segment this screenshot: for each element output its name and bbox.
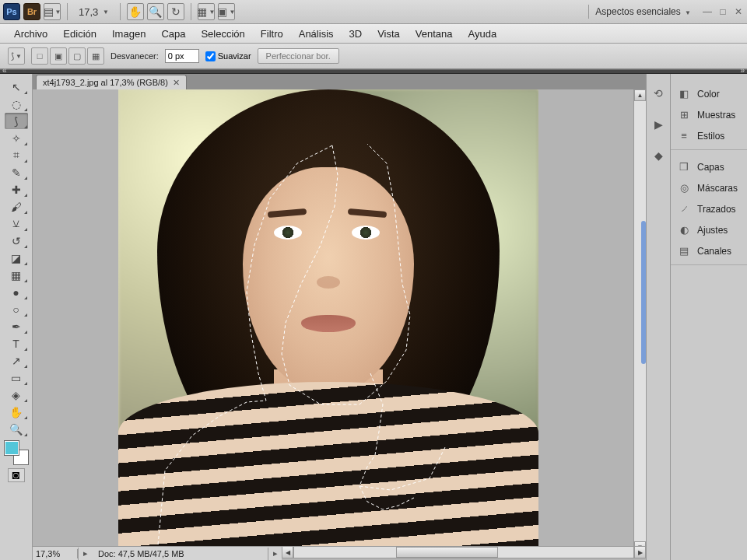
menu-ayuda[interactable]: Ayuda <box>461 26 505 42</box>
collapsed-dock: ⟲ ▶ ◆ <box>646 74 670 560</box>
panel-estilos[interactable]: ≡Estilos <box>671 125 747 146</box>
panel-muestras[interactable]: ⊞Muestras <box>671 104 747 125</box>
document-tabstrip: xt4j1793_2.jpg al 17,3% (RGB/8) ✕ <box>33 74 646 89</box>
panel-mascaras[interactable]: ◎Máscaras <box>671 177 747 198</box>
lasso-selection-path <box>118 89 538 546</box>
scrollbar-thumb[interactable] <box>396 547 498 558</box>
menu-analisis[interactable]: Análisis <box>291 26 342 42</box>
scroll-up-icon[interactable]: ▲ <box>634 89 646 101</box>
mini-bridge-icon[interactable]: ▤▼ <box>44 3 61 20</box>
add-selection-icon[interactable]: ▣ <box>50 47 67 65</box>
panel-label: Capas <box>697 162 724 173</box>
tool-history[interactable]: ↺ <box>5 233 28 249</box>
arrange-documents-icon[interactable]: ▦▼ <box>198 3 215 20</box>
tool-eyedropper[interactable]: ✎ <box>5 164 28 180</box>
status-menu-icon[interactable]: ▸ <box>78 548 92 560</box>
ajustes-icon: ◐ <box>677 223 691 237</box>
canales-icon: ▤ <box>677 244 691 258</box>
canvas-viewport[interactable]: ▲ ▼ <box>33 89 646 546</box>
menu-filtro[interactable]: Filtro <box>253 26 291 42</box>
tool-heal[interactable]: ✚ <box>5 181 28 198</box>
dock-grip[interactable] <box>0 69 747 74</box>
document-tab[interactable]: xt4j1793_2.jpg al 17,3% (RGB/8) ✕ <box>36 75 187 89</box>
capas-icon: ❒ <box>677 160 691 174</box>
hand-tool-shortcut-icon[interactable]: ✋ <box>127 3 144 20</box>
zoom-tool-shortcut-icon[interactable]: 🔍 <box>147 3 164 20</box>
tool-3d[interactable]: ◈ <box>5 387 28 403</box>
toolbox: ↖◌⟆✧⌗✎✚🖌⚺↺◪▦●○✒T↗▭◈✋🔍◙ <box>0 74 33 560</box>
tool-shape[interactable]: ▭ <box>5 369 28 386</box>
intersect-selection-icon[interactable]: ▦ <box>87 47 104 65</box>
menu-seleccion[interactable]: Selección <box>193 26 252 42</box>
panel-scrollbar[interactable] <box>641 221 646 364</box>
tool-stamp[interactable]: ⚺ <box>5 215 28 232</box>
tool-pen[interactable]: ✒ <box>5 318 28 334</box>
antialias-checkbox[interactable]: Suavizar <box>205 51 251 61</box>
scroll-right-icon[interactable]: ▶ <box>634 546 646 558</box>
subtract-selection-icon[interactable]: ▢ <box>68 47 86 65</box>
refine-edge-button[interactable]: Perfeccionar bor. <box>258 48 339 64</box>
tool-gradient[interactable]: ▦ <box>5 267 28 283</box>
ps-app-icon[interactable]: Ps <box>3 3 20 20</box>
tool-wand[interactable]: ✧ <box>5 130 28 146</box>
tool-marquee[interactable]: ◌ <box>5 96 28 112</box>
panel-ajustes[interactable]: ◐Ajustes <box>671 219 747 240</box>
tool-eraser[interactable]: ◪ <box>5 250 28 266</box>
panel-label: Canales <box>697 246 731 257</box>
menu-ventana[interactable]: Ventana <box>408 26 461 42</box>
tool-blur[interactable]: ● <box>5 284 28 300</box>
tool-crop[interactable]: ⌗ <box>5 147 28 163</box>
menu-imagen[interactable]: Imagen <box>104 26 153 42</box>
scroll-left-icon[interactable]: ◀ <box>282 546 293 558</box>
options-bar: ⟆▼ □ ▣ ▢ ▦ Desvanecer: Suavizar Perfecci… <box>0 44 747 69</box>
minimize-button[interactable]: — <box>702 6 713 17</box>
new-selection-icon[interactable]: □ <box>31 47 48 65</box>
scroll-down-icon[interactable]: ▼ <box>634 541 646 546</box>
quick-mask-icon[interactable]: ◙ <box>8 468 25 482</box>
tool-lasso[interactable]: ⟆ <box>5 113 28 129</box>
menu-3d[interactable]: 3D <box>342 26 370 42</box>
menu-vista[interactable]: Vista <box>370 26 408 42</box>
trazados-icon: ⟋ <box>677 202 691 216</box>
tool-preset-icon[interactable]: ⟆▼ <box>8 47 25 65</box>
status-doc-info[interactable]: Doc: 47,5 MB/47,5 MB <box>92 549 268 558</box>
mascaras-icon: ◎ <box>677 181 691 195</box>
status-chevron-icon[interactable]: ▸ <box>268 548 282 560</box>
history-panel-icon[interactable]: ⟲ <box>650 85 667 102</box>
panel-capas[interactable]: ❒Capas <box>671 156 747 177</box>
actions-panel-icon[interactable]: ▶ <box>650 116 667 133</box>
tool-zoom[interactable]: 🔍 <box>5 421 28 437</box>
close-tab-icon[interactable]: ✕ <box>173 78 180 88</box>
tool-move[interactable]: ↖ <box>5 79 28 95</box>
menu-archivo[interactable]: Archivo <box>6 26 55 42</box>
bridge-icon[interactable]: Br <box>23 3 40 20</box>
tool-brush[interactable]: 🖌 <box>5 198 28 215</box>
menu-capa[interactable]: Capa <box>153 26 193 42</box>
tool-hand[interactable]: ✋ <box>5 404 28 420</box>
menu-edicion[interactable]: Edición <box>55 26 104 42</box>
panel-trazados[interactable]: ⟋Trazados <box>671 198 747 219</box>
panel-label: Muestras <box>697 110 735 121</box>
panel-label: Trazados <box>697 204 736 215</box>
tool-path-sel[interactable]: ↗ <box>5 352 28 369</box>
horizontal-scrollbar[interactable]: ◀ ▶ <box>282 546 646 558</box>
document-canvas[interactable] <box>118 89 538 546</box>
rotate-view-icon[interactable]: ↻ <box>167 3 184 20</box>
tool-type[interactable]: T <box>5 335 28 352</box>
screen-mode-icon[interactable]: ▣▼ <box>218 3 235 20</box>
workspace-switcher[interactable]: Aspectos esenciales ▼ <box>588 5 697 19</box>
properties-panel-icon[interactable]: ◆ <box>650 147 667 164</box>
muestras-icon: ⊞ <box>677 108 691 122</box>
color-swatches[interactable] <box>5 441 28 464</box>
feather-input[interactable] <box>165 49 199 63</box>
panel-dock: ◧Color⊞Muestras≡Estilos ❒Capas◎Máscaras⟋… <box>670 74 747 560</box>
panel-color[interactable]: ◧Color <box>671 83 747 104</box>
status-zoom[interactable]: 17,3% <box>33 549 78 558</box>
color-icon: ◧ <box>677 87 691 101</box>
zoom-value[interactable]: 17,3 ▼ <box>74 6 114 18</box>
close-button[interactable]: ✕ <box>733 6 744 17</box>
panel-label: Máscaras <box>697 183 738 194</box>
maximize-button[interactable]: □ <box>717 6 728 17</box>
tool-dodge[interactable]: ○ <box>5 301 28 317</box>
panel-canales[interactable]: ▤Canales <box>671 240 747 261</box>
